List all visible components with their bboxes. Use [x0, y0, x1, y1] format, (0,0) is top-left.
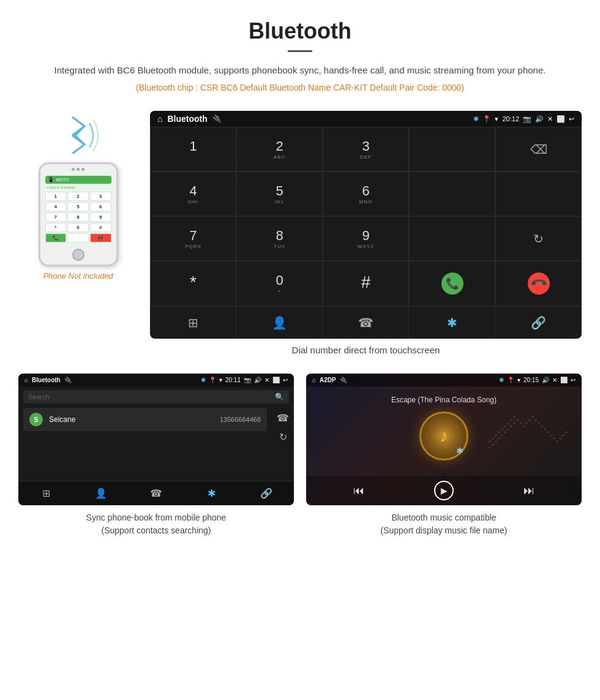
- pb-contact-row[interactable]: S Seicane 13566664466: [23, 408, 267, 431]
- dial-bottom-bluetooth-icon[interactable]: ✱: [409, 307, 495, 339]
- svg-point-24: [556, 440, 558, 443]
- svg-point-25: [559, 437, 561, 440]
- svg-point-12: [519, 422, 522, 424]
- music-controls: ⏮ ▶ ⏭: [306, 476, 582, 505]
- dial-key-empty4: [409, 216, 495, 261]
- pb-wifi-icon: ▾: [219, 377, 222, 383]
- music-title: A2DP: [320, 377, 336, 383]
- svg-point-8: [507, 422, 509, 424]
- svg-point-9: [510, 419, 512, 421]
- dial-key-empty1: [409, 127, 495, 171]
- svg-point-32: [501, 434, 503, 437]
- pb-bottom-bar: ⊞ 👤 ☎ ✱ 🔗: [18, 481, 294, 505]
- dial-refresh[interactable]: ↻: [495, 216, 582, 261]
- pb-contact-list: S Seicane 13566664466: [18, 407, 272, 481]
- music-screen: ⌂ A2DP 🔌 ✱ 📍 ▾ 20:15 🔊 ✕ ⬜ ↩ Escape (The…: [306, 374, 582, 505]
- back-icon: ↩: [569, 115, 574, 123]
- dial-key-3[interactable]: 3DEF: [323, 127, 409, 171]
- music-next-icon[interactable]: ⏭: [523, 484, 534, 497]
- pb-status-bar: ⌂ Bluetooth 🔌 ✱ 📍 ▾ 20:11 📷 🔊 ✕ ⬜ ↩: [18, 374, 294, 386]
- dial-bottom-link-icon[interactable]: 🔗: [495, 307, 582, 339]
- pb-bottom-grid-icon[interactable]: ⊞: [18, 481, 73, 505]
- dial-key-empty3: [495, 171, 582, 216]
- title-divider: [288, 50, 312, 52]
- svg-point-23: [553, 437, 555, 440]
- svg-point-27: [565, 431, 568, 434]
- dial-endcall-button[interactable]: 📞: [495, 261, 582, 306]
- pb-search-placeholder: Search: [28, 393, 271, 401]
- svg-point-21: [547, 431, 549, 434]
- pb-search-bar[interactable]: Search 🔍: [23, 390, 289, 404]
- svg-point-34: [507, 428, 509, 431]
- svg-point-3: [492, 437, 494, 440]
- usb-icon: 🔌: [212, 115, 222, 123]
- music-album-art: ♪ ✱: [419, 412, 468, 461]
- phone-screen-header: 📱 MOTO: [45, 176, 111, 184]
- svg-line-1: [72, 135, 84, 145]
- pb-bottom-person-icon[interactable]: 👤: [73, 481, 129, 505]
- dial-call-button[interactable]: 📞: [409, 261, 495, 306]
- pb-win-icon: ⬜: [272, 377, 280, 383]
- music-wifi-icon: ▾: [517, 377, 520, 383]
- svg-point-28: [489, 446, 491, 449]
- window-icon: ⬜: [557, 115, 565, 123]
- add-contacts-label: + Add to Contacts: [45, 186, 111, 189]
- dial-screen: ⌂ Bluetooth 🔌 ✱ 📍 ▾ 20:12 📷 🔊 ✕ ⬜ ↩: [150, 111, 582, 339]
- music-play-icon[interactable]: ▶: [434, 481, 454, 500]
- close-icon: ✕: [547, 115, 553, 123]
- music-time: 20:15: [523, 377, 539, 383]
- music-loc-icon: 📍: [507, 377, 514, 383]
- bluetooth-specs: (Bluetooth chip : CSR BC6 Default Blueto…: [37, 83, 563, 92]
- time-display: 20:12: [502, 115, 519, 122]
- pb-vol-icon: 🔊: [254, 377, 261, 383]
- dial-backspace[interactable]: ⌫: [495, 127, 582, 171]
- svg-point-7: [504, 425, 506, 427]
- pb-bottom-link-icon[interactable]: 🔗: [239, 481, 294, 505]
- dial-key-hash[interactable]: #: [323, 261, 409, 306]
- dial-key-7[interactable]: 7PQRS: [150, 216, 236, 261]
- pb-usb-icon: 🔌: [64, 377, 72, 383]
- dial-column: ⌂ Bluetooth 🔌 ✱ 📍 ▾ 20:12 📷 🔊 ✕ ⬜ ↩: [150, 111, 582, 355]
- music-bt-badge: ✱: [456, 446, 463, 456]
- pb-side-refresh-icon[interactable]: ↻: [279, 431, 287, 443]
- dial-key-6[interactable]: 6MNO: [323, 171, 409, 216]
- pb-loc-icon: 📍: [209, 377, 216, 383]
- page-description: Integrated with BC6 Bluetooth module, su…: [37, 63, 563, 78]
- pb-bt-icon: ✱: [201, 377, 206, 383]
- dial-bottom-contact-icon[interactable]: 👤: [236, 307, 323, 339]
- dial-key-star[interactable]: *: [150, 261, 236, 306]
- dial-key-4[interactable]: 4GHI: [150, 171, 236, 216]
- dial-bottom-grid-icon[interactable]: ⊞: [150, 307, 236, 339]
- music-usb-icon: 🔌: [340, 377, 347, 383]
- bluetooth-waves-icon: [54, 111, 103, 159]
- pb-search-row: Search 🔍: [18, 386, 294, 407]
- dial-keypad-area: 1 2ABC 3DEF ⌫ 4GHI 5JKL 6MNO 7PQRS 8TUV …: [150, 127, 582, 306]
- dial-bottom-phone-icon[interactable]: ☎: [323, 307, 409, 339]
- svg-point-4: [495, 434, 497, 437]
- pb-search-icon: 🔍: [275, 393, 284, 401]
- pb-bottom-bt-icon[interactable]: ✱: [184, 481, 239, 505]
- call-red-icon: 📞: [523, 268, 554, 299]
- pb-side-phone-icon[interactable]: ☎: [277, 412, 289, 424]
- dial-key-9[interactable]: 9WXYZ: [323, 216, 409, 261]
- page-title: Bluetooth: [37, 18, 563, 44]
- dial-key-1[interactable]: 1: [150, 127, 236, 171]
- pb-cam-icon: 📷: [244, 377, 251, 383]
- svg-point-18: [538, 422, 540, 424]
- pb-sidebar: ☎ ↻: [272, 407, 294, 481]
- svg-point-22: [550, 434, 552, 437]
- pb-x-icon: ✕: [264, 377, 269, 383]
- music-prev-icon[interactable]: ⏮: [353, 484, 364, 497]
- svg-point-36: [513, 422, 516, 424]
- dial-key-2[interactable]: 2ABC: [236, 127, 323, 171]
- music-bt-icon: ✱: [499, 377, 504, 383]
- music-vol-icon: 🔊: [542, 377, 549, 383]
- svg-point-30: [495, 440, 497, 443]
- dial-key-8[interactable]: 8TUV: [236, 216, 323, 261]
- svg-point-17: [534, 419, 537, 421]
- dial-key-5[interactable]: 5JKL: [236, 171, 323, 216]
- dial-key-0[interactable]: 0+: [236, 261, 323, 306]
- location-icon: 📍: [482, 115, 491, 123]
- phone-not-included: Phone Not Included: [43, 271, 113, 280]
- pb-bottom-phone-icon[interactable]: ☎: [129, 481, 184, 505]
